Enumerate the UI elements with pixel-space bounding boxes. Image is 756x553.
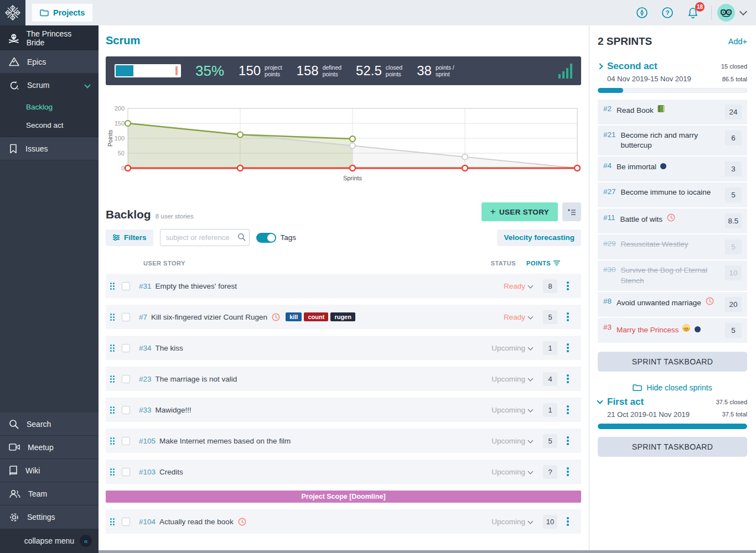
sprint-story-row[interactable]: #21Become rich and marry buttercup6 <box>598 126 747 155</box>
hide-closed-sprints-link[interactable]: Hide closed sprints <box>598 383 747 392</box>
kebab-menu-icon[interactable] <box>560 312 576 321</box>
status-dropdown[interactable]: Upcoming <box>466 518 532 526</box>
story-points[interactable]: 8 <box>540 279 560 293</box>
sprint-story-row[interactable]: #29Resuscitate Westley5 <box>598 234 747 259</box>
kebab-menu-icon[interactable] <box>560 281 576 290</box>
sprint-story-row[interactable]: #30Survive the Bog of Eternal Stench10 <box>598 260 747 290</box>
story-ref[interactable]: #7 <box>139 313 147 321</box>
story-checkbox[interactable] <box>122 375 130 383</box>
story-points[interactable]: 1 <box>540 403 560 417</box>
sidebar-item-team[interactable]: Team <box>0 482 99 505</box>
user-story-row[interactable]: #23The marriage is not validUpcoming4 <box>106 367 581 391</box>
sprint-story-row[interactable]: #27Become immune to iocaine5 <box>598 182 747 207</box>
story-ref[interactable]: #31 <box>139 282 152 290</box>
story-checkbox[interactable] <box>122 406 130 414</box>
story-ref[interactable]: #3 <box>603 323 612 331</box>
sprint-story-row[interactable]: #8Avoid unwanted marriage20 <box>598 292 747 317</box>
story-ref[interactable]: #33 <box>139 406 152 414</box>
projects-button[interactable]: Projects <box>32 4 92 22</box>
sprint-name[interactable]: Second act <box>607 61 657 72</box>
drag-handle-icon[interactable] <box>110 314 115 321</box>
drag-handle-icon[interactable] <box>110 468 115 476</box>
story-title[interactable]: Become rich and marry buttercup <box>621 131 721 150</box>
story-checkbox[interactable] <box>122 437 130 445</box>
user-story-row[interactable]: #105Make Internet memes based on the fil… <box>106 429 581 453</box>
sidebar-item-wiki[interactable]: Wiki <box>0 459 99 482</box>
sprint-taskboard-button[interactable]: SPRINT TASKBOARD <box>598 352 747 372</box>
chevron-down-icon[interactable] <box>84 82 90 88</box>
sprint-story-row[interactable]: #4Be immortal3 <box>598 156 747 181</box>
story-checkbox[interactable] <box>122 344 130 352</box>
story-ref[interactable]: #103 <box>139 468 156 476</box>
sprint-story-row[interactable]: #2Read Book24 <box>598 100 747 124</box>
story-title[interactable]: Be immortal <box>617 161 721 172</box>
status-dropdown[interactable]: Upcoming <box>466 468 532 476</box>
drag-handle-icon[interactable] <box>110 518 115 525</box>
sidebar-item-meetup[interactable]: Meetup <box>0 436 99 459</box>
story-title[interactable]: Marry the Princess <box>617 323 721 335</box>
sidebar-item-backlog[interactable]: Backlog <box>0 97 99 117</box>
story-title[interactable]: The kiss <box>156 344 183 352</box>
kebab-menu-icon[interactable] <box>560 467 576 476</box>
add-sprint-button[interactable]: Add+ <box>728 37 747 46</box>
story-title[interactable]: Empty the thieves' forest <box>156 282 237 290</box>
story-title[interactable]: Mawidge!!! <box>156 406 191 414</box>
story-checkbox[interactable] <box>122 282 130 290</box>
status-dropdown[interactable]: Upcoming <box>466 437 532 445</box>
kebab-menu-icon[interactable] <box>560 405 576 414</box>
story-ref[interactable]: #29 <box>603 239 616 248</box>
story-checkbox[interactable] <box>122 518 130 526</box>
story-ref[interactable]: #27 <box>603 187 616 196</box>
drag-handle-icon[interactable] <box>110 375 115 383</box>
story-title[interactable]: Battle of wits <box>620 213 721 225</box>
collapse-menu-button[interactable]: collapse menu « <box>0 529 99 553</box>
status-dropdown[interactable]: Upcoming <box>466 375 532 383</box>
notifications-button[interactable]: 18 <box>680 7 706 19</box>
story-points[interactable]: 5 <box>540 310 560 324</box>
story-title[interactable]: Read Book <box>617 105 721 116</box>
sidebar-item-search[interactable]: Search <box>0 413 99 436</box>
story-ref[interactable]: #21 <box>603 131 616 139</box>
status-dropdown[interactable]: Upcoming <box>466 406 532 414</box>
story-points[interactable]: 5 <box>540 434 560 448</box>
backlog-search-input[interactable] <box>160 229 250 246</box>
story-title[interactable]: Actually read the book <box>159 518 234 526</box>
sidebar-item-settings[interactable]: Settings <box>0 505 99 529</box>
user-story-row[interactable]: #31Empty the thieves' forestReady8 <box>106 274 581 298</box>
status-dropdown[interactable]: Ready <box>466 282 532 290</box>
story-ref[interactable]: #8 <box>603 297 612 305</box>
sparkline-chart-icon[interactable] <box>558 63 572 79</box>
user-story-row[interactable]: #7Kill six-fingered vizier Count Rugenki… <box>106 305 581 329</box>
story-title[interactable]: Resuscitate Westley <box>621 239 721 249</box>
horizontal-scrollbar[interactable] <box>99 550 756 553</box>
velocity-forecasting-button[interactable]: Velocity forecasting <box>497 229 581 246</box>
story-title[interactable]: Become immune to iocaine <box>621 187 721 197</box>
user-story-row[interactable]: #33Mawidge!!!Upcoming1 <box>106 398 581 422</box>
filters-button[interactable]: Filters <box>106 229 153 246</box>
bulk-add-button[interactable] <box>562 202 581 221</box>
taiga-logo[interactable] <box>0 0 25 25</box>
drag-handle-icon[interactable] <box>110 283 115 290</box>
story-ref[interactable]: #2 <box>603 105 612 113</box>
add-user-story-button[interactable]: + USER STORY <box>481 202 558 221</box>
story-ref[interactable]: #23 <box>139 375 152 383</box>
story-ref[interactable]: #11 <box>603 213 615 222</box>
column-header-points[interactable]: POINTS <box>524 260 560 267</box>
chevron-right-icon[interactable] <box>597 63 603 69</box>
sprint-story-row[interactable]: #3Marry the Princess5 <box>598 318 747 343</box>
story-points[interactable]: 1 <box>540 341 560 355</box>
story-ref[interactable]: #105 <box>139 437 156 445</box>
sidebar-item-issues[interactable]: Issues <box>0 137 99 160</box>
sidebar-item-second-act[interactable]: Second act <box>0 117 99 137</box>
avatar[interactable] <box>717 4 735 22</box>
story-title[interactable]: Avoid unwanted marriage <box>617 297 721 308</box>
help-button[interactable]: ? <box>655 7 680 19</box>
sidebar-item-epics[interactable]: Epics <box>0 50 99 74</box>
story-checkbox[interactable] <box>122 468 130 476</box>
drag-handle-icon[interactable] <box>110 406 115 414</box>
story-title[interactable]: Kill six-fingered vizier Count Rugen <box>151 313 267 321</box>
sprint-name[interactable]: First act <box>607 397 644 408</box>
story-ref[interactable]: #30 <box>603 265 616 274</box>
status-dropdown[interactable]: Ready <box>466 313 532 321</box>
chevron-down-icon[interactable] <box>597 398 603 404</box>
